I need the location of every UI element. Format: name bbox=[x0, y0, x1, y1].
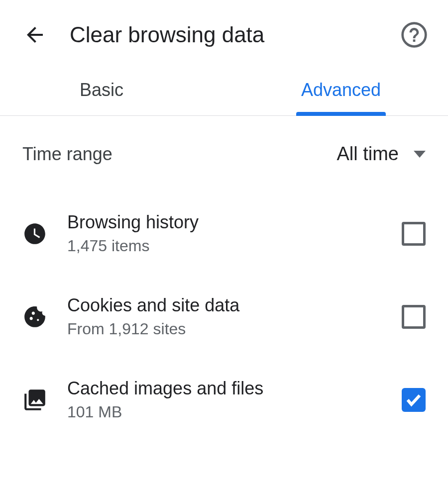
item-text: Cookies and site data From 1,912 sites bbox=[67, 295, 382, 338]
checkbox-browsing-history[interactable] bbox=[402, 222, 426, 246]
arrow-back-icon bbox=[23, 23, 47, 47]
time-range-row[interactable]: Time range All time bbox=[0, 116, 448, 192]
list-item-browsing-history[interactable]: Browsing history 1,475 items bbox=[0, 192, 448, 275]
check-icon bbox=[405, 391, 423, 409]
checkbox-cached[interactable] bbox=[402, 388, 426, 412]
item-subtitle: 101 MB bbox=[67, 403, 382, 421]
header: Clear browsing data bbox=[0, 0, 448, 65]
chevron-down-icon bbox=[414, 151, 426, 158]
item-title: Browsing history bbox=[67, 212, 382, 233]
item-title: Cookies and site data bbox=[67, 295, 382, 316]
list-item-cookies[interactable]: Cookies and site data From 1,912 sites bbox=[0, 275, 448, 358]
checkbox-cookies[interactable] bbox=[402, 305, 426, 329]
tab-basic[interactable]: Basic bbox=[20, 65, 254, 115]
page-title: Clear browsing data bbox=[70, 22, 264, 47]
time-range-value: All time bbox=[336, 143, 399, 165]
time-range-label: Time range bbox=[22, 144, 112, 165]
item-text: Cached images and files 101 MB bbox=[67, 378, 382, 421]
help-icon bbox=[400, 21, 428, 49]
time-range-selector[interactable]: All time bbox=[336, 143, 426, 165]
svg-point-0 bbox=[403, 23, 426, 47]
tabs: Basic Advanced bbox=[0, 65, 448, 116]
list-item-cached[interactable]: Cached images and files 101 MB bbox=[0, 358, 448, 441]
item-text: Browsing history 1,475 items bbox=[67, 212, 382, 255]
image-collection-icon bbox=[22, 387, 47, 412]
item-subtitle: 1,475 items bbox=[67, 237, 382, 255]
clock-icon bbox=[22, 221, 47, 246]
tab-advanced[interactable]: Advanced bbox=[254, 65, 428, 115]
back-button[interactable] bbox=[20, 20, 50, 50]
item-title: Cached images and files bbox=[67, 378, 382, 399]
item-subtitle: From 1,912 sites bbox=[67, 320, 382, 338]
cookie-icon bbox=[22, 304, 47, 329]
help-button[interactable] bbox=[400, 21, 428, 49]
